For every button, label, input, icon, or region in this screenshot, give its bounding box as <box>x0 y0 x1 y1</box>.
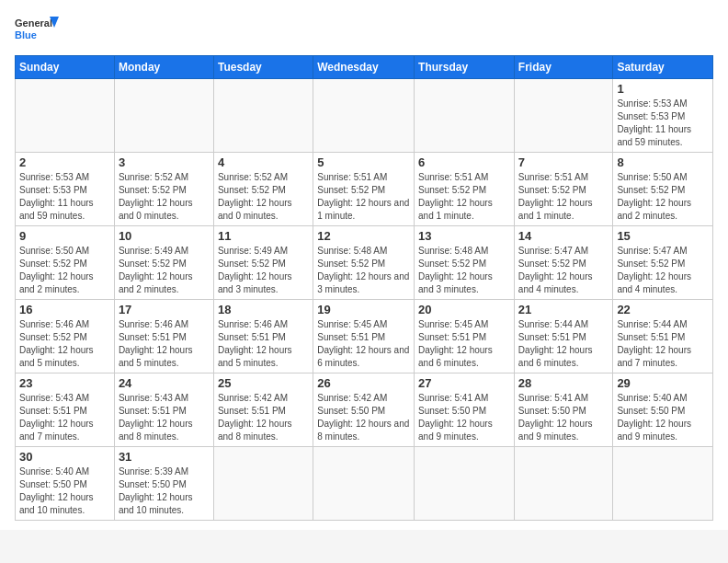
day-number: 10 <box>119 229 210 243</box>
day-info: Sunrise: 5:53 AM Sunset: 5:53 PM Dayligh… <box>19 171 110 223</box>
calendar-cell <box>114 79 213 153</box>
weekday-header-tuesday: Tuesday <box>213 56 313 79</box>
calendar-cell: 4Sunrise: 5:52 AM Sunset: 5:52 PM Daylig… <box>213 153 313 226</box>
svg-text:Blue: Blue <box>15 29 37 40</box>
day-number: 20 <box>418 303 510 316</box>
calendar-week-5: 23Sunrise: 5:43 AM Sunset: 5:51 PM Dayli… <box>16 373 713 447</box>
day-number: 31 <box>119 450 210 464</box>
day-info: Sunrise: 5:53 AM Sunset: 5:53 PM Dayligh… <box>617 98 709 149</box>
day-number: 7 <box>518 155 609 169</box>
day-number: 3 <box>119 155 210 169</box>
day-info: Sunrise: 5:41 AM Sunset: 5:50 PM Dayligh… <box>418 392 510 443</box>
weekday-header-saturday: Saturday <box>613 56 713 79</box>
day-info: Sunrise: 5:45 AM Sunset: 5:51 PM Dayligh… <box>418 318 510 370</box>
weekday-header-sunday: Sunday <box>16 56 115 79</box>
calendar-cell: 22Sunrise: 5:44 AM Sunset: 5:51 PM Dayli… <box>613 300 713 373</box>
weekday-header-monday: Monday <box>114 56 213 79</box>
day-info: Sunrise: 5:48 AM Sunset: 5:52 PM Dayligh… <box>317 245 410 296</box>
svg-text:General: General <box>15 17 52 29</box>
calendar-header: SundayMondayTuesdayWednesdayThursdayFrid… <box>16 56 713 79</box>
day-info: Sunrise: 5:40 AM Sunset: 5:50 PM Dayligh… <box>617 392 709 443</box>
calendar-table: SundayMondayTuesdayWednesdayThursdayFrid… <box>15 55 713 521</box>
day-number: 28 <box>518 376 609 390</box>
day-number: 27 <box>418 376 510 390</box>
calendar-cell: 6Sunrise: 5:51 AM Sunset: 5:52 PM Daylig… <box>415 153 515 226</box>
day-number: 11 <box>218 229 309 243</box>
day-info: Sunrise: 5:50 AM Sunset: 5:52 PM Dayligh… <box>19 245 110 296</box>
day-number: 4 <box>218 155 309 169</box>
day-number: 17 <box>119 303 210 316</box>
calendar-cell <box>415 79 515 153</box>
weekday-header-thursday: Thursday <box>415 56 515 79</box>
day-info: Sunrise: 5:47 AM Sunset: 5:52 PM Dayligh… <box>518 245 609 296</box>
day-info: Sunrise: 5:51 AM Sunset: 5:52 PM Dayligh… <box>418 171 510 223</box>
calendar-cell: 21Sunrise: 5:44 AM Sunset: 5:51 PM Dayli… <box>514 300 613 373</box>
calendar-cell <box>415 447 515 521</box>
day-number: 23 <box>19 376 110 390</box>
day-number: 12 <box>317 229 410 243</box>
calendar-week-6: 30Sunrise: 5:40 AM Sunset: 5:50 PM Dayli… <box>16 447 713 521</box>
calendar-cell: 5Sunrise: 5:51 AM Sunset: 5:52 PM Daylig… <box>313 153 415 226</box>
day-info: Sunrise: 5:51 AM Sunset: 5:52 PM Dayligh… <box>518 171 609 223</box>
day-number: 9 <box>19 229 110 243</box>
calendar-body: 1Sunrise: 5:53 AM Sunset: 5:53 PM Daylig… <box>16 79 713 521</box>
logo-svg: General Blue <box>15 15 61 48</box>
calendar-cell: 12Sunrise: 5:48 AM Sunset: 5:52 PM Dayli… <box>313 226 415 300</box>
day-info: Sunrise: 5:42 AM Sunset: 5:50 PM Dayligh… <box>317 392 410 443</box>
day-info: Sunrise: 5:43 AM Sunset: 5:51 PM Dayligh… <box>19 392 110 443</box>
day-number: 30 <box>19 450 110 464</box>
weekday-row: SundayMondayTuesdayWednesdayThursdayFrid… <box>16 56 713 79</box>
calendar-cell: 11Sunrise: 5:49 AM Sunset: 5:52 PM Dayli… <box>213 226 313 300</box>
day-number: 21 <box>518 303 609 316</box>
calendar-cell: 13Sunrise: 5:48 AM Sunset: 5:52 PM Dayli… <box>415 226 515 300</box>
calendar-cell: 25Sunrise: 5:42 AM Sunset: 5:51 PM Dayli… <box>213 373 313 447</box>
calendar-week-3: 9Sunrise: 5:50 AM Sunset: 5:52 PM Daylig… <box>16 226 713 300</box>
calendar-week-2: 2Sunrise: 5:53 AM Sunset: 5:53 PM Daylig… <box>16 153 713 226</box>
calendar-cell: 16Sunrise: 5:46 AM Sunset: 5:52 PM Dayli… <box>16 300 115 373</box>
day-info: Sunrise: 5:45 AM Sunset: 5:51 PM Dayligh… <box>317 318 410 370</box>
day-info: Sunrise: 5:46 AM Sunset: 5:52 PM Dayligh… <box>19 318 110 370</box>
calendar-cell <box>213 447 313 521</box>
calendar-cell: 26Sunrise: 5:42 AM Sunset: 5:50 PM Dayli… <box>313 373 415 447</box>
calendar-cell: 17Sunrise: 5:46 AM Sunset: 5:51 PM Dayli… <box>114 300 213 373</box>
calendar-cell: 30Sunrise: 5:40 AM Sunset: 5:50 PM Dayli… <box>16 447 115 521</box>
calendar-cell: 10Sunrise: 5:49 AM Sunset: 5:52 PM Dayli… <box>114 226 213 300</box>
calendar-cell: 8Sunrise: 5:50 AM Sunset: 5:52 PM Daylig… <box>613 153 713 226</box>
day-info: Sunrise: 5:49 AM Sunset: 5:52 PM Dayligh… <box>218 245 309 296</box>
day-number: 14 <box>518 229 609 243</box>
day-number: 25 <box>218 376 309 390</box>
day-info: Sunrise: 5:43 AM Sunset: 5:51 PM Dayligh… <box>119 392 210 443</box>
day-info: Sunrise: 5:52 AM Sunset: 5:52 PM Dayligh… <box>218 171 309 223</box>
weekday-header-friday: Friday <box>514 56 613 79</box>
calendar-cell: 28Sunrise: 5:41 AM Sunset: 5:50 PM Dayli… <box>514 373 613 447</box>
day-info: Sunrise: 5:46 AM Sunset: 5:51 PM Dayligh… <box>119 318 210 370</box>
day-number: 16 <box>19 303 110 316</box>
calendar-cell: 19Sunrise: 5:45 AM Sunset: 5:51 PM Dayli… <box>313 300 415 373</box>
calendar-cell: 9Sunrise: 5:50 AM Sunset: 5:52 PM Daylig… <box>16 226 115 300</box>
day-info: Sunrise: 5:42 AM Sunset: 5:51 PM Dayligh… <box>218 392 309 443</box>
weekday-header-wednesday: Wednesday <box>313 56 415 79</box>
calendar-cell: 23Sunrise: 5:43 AM Sunset: 5:51 PM Dayli… <box>16 373 115 447</box>
calendar-cell: 27Sunrise: 5:41 AM Sunset: 5:50 PM Dayli… <box>415 373 515 447</box>
calendar-cell: 20Sunrise: 5:45 AM Sunset: 5:51 PM Dayli… <box>415 300 515 373</box>
day-info: Sunrise: 5:44 AM Sunset: 5:51 PM Dayligh… <box>617 318 709 370</box>
day-info: Sunrise: 5:52 AM Sunset: 5:52 PM Dayligh… <box>119 171 210 223</box>
day-number: 2 <box>19 155 110 169</box>
day-number: 22 <box>617 303 709 316</box>
calendar-cell: 24Sunrise: 5:43 AM Sunset: 5:51 PM Dayli… <box>114 373 213 447</box>
day-number: 13 <box>418 229 510 243</box>
page: General Blue SundayMondayTuesdayWednesda… <box>0 0 728 530</box>
day-number: 5 <box>317 155 410 169</box>
calendar-cell <box>16 79 115 153</box>
day-info: Sunrise: 5:46 AM Sunset: 5:51 PM Dayligh… <box>218 318 309 370</box>
day-number: 19 <box>317 303 410 316</box>
day-number: 6 <box>418 155 510 169</box>
calendar-week-4: 16Sunrise: 5:46 AM Sunset: 5:52 PM Dayli… <box>16 300 713 373</box>
calendar-cell: 1Sunrise: 5:53 AM Sunset: 5:53 PM Daylig… <box>613 79 713 153</box>
day-info: Sunrise: 5:40 AM Sunset: 5:50 PM Dayligh… <box>19 465 110 517</box>
day-info: Sunrise: 5:48 AM Sunset: 5:52 PM Dayligh… <box>418 245 510 296</box>
header: General Blue <box>15 15 713 48</box>
calendar-cell: 2Sunrise: 5:53 AM Sunset: 5:53 PM Daylig… <box>16 153 115 226</box>
day-info: Sunrise: 5:47 AM Sunset: 5:52 PM Dayligh… <box>617 245 709 296</box>
day-info: Sunrise: 5:44 AM Sunset: 5:51 PM Dayligh… <box>518 318 609 370</box>
